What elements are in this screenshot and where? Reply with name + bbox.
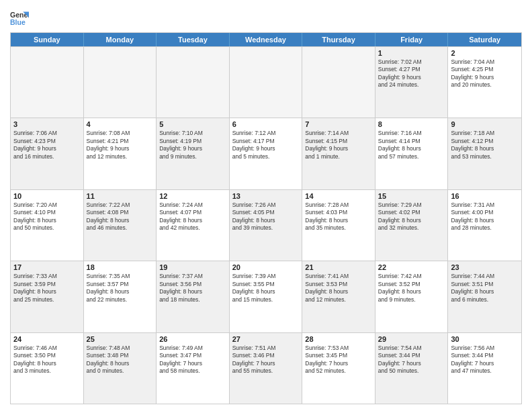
cell-info-line: Daylight: 7 hours xyxy=(232,360,300,367)
cell-info-line: Sunrise: 7:08 AM xyxy=(87,130,154,137)
cell-info-line: Sunset: 4:08 PM xyxy=(87,209,154,216)
day-number: 10 xyxy=(13,192,81,200)
cell-info-line: Sunrise: 7:16 AM xyxy=(378,130,445,137)
cell-info-line: Daylight: 9 hours xyxy=(378,74,445,81)
calendar-row-2: 3Sunrise: 7:06 AMSunset: 4:23 PMDaylight… xyxy=(11,118,521,189)
calendar-cell: 18Sunrise: 7:35 AMSunset: 3:57 PMDayligh… xyxy=(84,261,157,332)
header-cell-saturday: Saturday xyxy=(448,33,521,46)
calendar-cell: 17Sunrise: 7:33 AMSunset: 3:59 PMDayligh… xyxy=(11,261,84,332)
calendar-cell: 6Sunrise: 7:12 AMSunset: 4:17 PMDaylight… xyxy=(230,118,303,189)
header-cell-tuesday: Tuesday xyxy=(157,33,230,46)
cell-info-line: Daylight: 8 hours xyxy=(13,288,81,295)
cell-info-line: Daylight: 8 hours xyxy=(305,217,372,224)
calendar: SundayMondayTuesdayWednesdayThursdayFrid… xyxy=(10,32,522,404)
header-cell-thursday: Thursday xyxy=(302,33,375,46)
calendar-cell: 24Sunrise: 7:46 AMSunset: 3:50 PMDayligh… xyxy=(11,333,84,404)
cell-info-line: Daylight: 9 hours xyxy=(159,145,226,152)
calendar-cell: 30Sunrise: 7:56 AMSunset: 3:44 PMDayligh… xyxy=(448,333,521,404)
calendar-header: SundayMondayTuesdayWednesdayThursdayFrid… xyxy=(11,33,521,46)
day-number: 26 xyxy=(159,335,226,343)
cell-info-line: Sunrise: 7:20 AM xyxy=(13,201,81,209)
cell-info-line: Daylight: 8 hours xyxy=(305,288,372,295)
cell-info-line: and 47 minutes. xyxy=(451,367,519,375)
cell-info-line: Daylight: 9 hours xyxy=(305,145,372,152)
calendar-cell xyxy=(302,47,375,118)
calendar-cell: 26Sunrise: 7:49 AMSunset: 3:47 PMDayligh… xyxy=(157,333,230,404)
cell-info-line: Sunrise: 7:04 AM xyxy=(451,58,519,66)
cell-info-line: and 57 minutes. xyxy=(378,153,445,161)
cell-info-line: Sunrise: 7:44 AM xyxy=(451,273,519,280)
cell-info-line: Daylight: 8 hours xyxy=(378,217,445,224)
header-cell-monday: Monday xyxy=(84,33,157,46)
calendar-cell xyxy=(157,47,230,118)
day-number: 18 xyxy=(87,263,154,271)
cell-info-line: Sunrise: 7:48 AM xyxy=(87,345,154,352)
cell-info-line: Sunrise: 7:49 AM xyxy=(159,345,226,352)
day-number: 1 xyxy=(378,49,445,57)
calendar-cell: 16Sunrise: 7:31 AMSunset: 4:00 PMDayligh… xyxy=(448,190,521,261)
header-cell-friday: Friday xyxy=(375,33,449,46)
cell-info-line: and 0 minutes. xyxy=(87,367,154,375)
cell-info-line: Sunrise: 7:24 AM xyxy=(159,201,226,209)
cell-info-line: Sunrise: 7:39 AM xyxy=(232,273,300,280)
cell-info-line: and 50 minutes. xyxy=(378,367,445,375)
cell-info-line: Sunrise: 7:35 AM xyxy=(87,273,154,280)
cell-info-line: Sunset: 4:21 PM xyxy=(87,138,154,145)
calendar-cell: 12Sunrise: 7:24 AMSunset: 4:07 PMDayligh… xyxy=(157,190,230,261)
cell-info-line: Sunset: 3:52 PM xyxy=(378,281,445,288)
calendar-cell: 23Sunrise: 7:44 AMSunset: 3:51 PMDayligh… xyxy=(448,261,521,332)
day-number: 21 xyxy=(305,263,372,271)
cell-info-line: Sunset: 3:46 PM xyxy=(232,352,300,359)
cell-info-line: and 3 minutes. xyxy=(13,367,81,375)
calendar-cell: 22Sunrise: 7:42 AMSunset: 3:52 PMDayligh… xyxy=(375,261,449,332)
cell-info-line: and 24 minutes. xyxy=(378,81,445,89)
cell-info-line: Sunrise: 7:10 AM xyxy=(159,130,226,137)
cell-info-line: Sunrise: 7:31 AM xyxy=(451,201,519,209)
day-number: 25 xyxy=(87,335,154,343)
day-number: 5 xyxy=(159,120,226,128)
day-number: 11 xyxy=(87,192,154,200)
cell-info-line: Sunrise: 7:54 AM xyxy=(378,345,445,352)
cell-info-line: Sunset: 4:17 PM xyxy=(232,138,300,145)
cell-info-line: Sunrise: 7:14 AM xyxy=(305,130,372,137)
cell-info-line: Sunset: 4:15 PM xyxy=(305,138,372,145)
cell-info-line: Sunset: 3:45 PM xyxy=(305,352,372,359)
cell-info-line: Daylight: 8 hours xyxy=(87,360,154,367)
day-number: 14 xyxy=(305,192,372,200)
cell-info-line: and 50 minutes. xyxy=(13,224,81,232)
calendar-cell: 15Sunrise: 7:29 AMSunset: 4:02 PMDayligh… xyxy=(375,190,449,261)
calendar-row-4: 17Sunrise: 7:33 AMSunset: 3:59 PMDayligh… xyxy=(11,261,521,332)
cell-info-line: Daylight: 8 hours xyxy=(378,145,445,152)
cell-info-line: Sunset: 3:50 PM xyxy=(13,352,81,359)
cell-info-line: Sunset: 4:27 PM xyxy=(378,66,445,73)
calendar-cell: 28Sunrise: 7:53 AMSunset: 3:45 PMDayligh… xyxy=(302,333,375,404)
cell-info-line: Sunrise: 7:06 AM xyxy=(13,130,81,137)
calendar-cell: 29Sunrise: 7:54 AMSunset: 3:44 PMDayligh… xyxy=(375,333,449,404)
cell-info-line: Sunset: 4:00 PM xyxy=(451,209,519,216)
calendar-cell xyxy=(84,47,157,118)
cell-info-line: Sunrise: 7:42 AM xyxy=(378,273,445,280)
cell-info-line: Daylight: 8 hours xyxy=(87,288,154,295)
day-number: 20 xyxy=(232,263,300,271)
cell-info-line: and 42 minutes. xyxy=(159,224,226,232)
day-number: 15 xyxy=(378,192,445,200)
cell-info-line: and 15 minutes. xyxy=(232,296,300,304)
cell-info-line: and 16 minutes. xyxy=(13,153,81,161)
page: General Blue SundayMondayTuesdayWednesda… xyxy=(0,0,532,411)
calendar-row-3: 10Sunrise: 7:20 AMSunset: 4:10 PMDayligh… xyxy=(11,189,521,261)
cell-info-line: Daylight: 7 hours xyxy=(159,360,226,367)
cell-info-line: Sunrise: 7:53 AM xyxy=(305,345,372,352)
day-number: 27 xyxy=(232,335,300,343)
day-number: 13 xyxy=(232,192,300,200)
cell-info-line: Daylight: 8 hours xyxy=(13,217,81,224)
calendar-cell: 7Sunrise: 7:14 AMSunset: 4:15 PMDaylight… xyxy=(302,118,375,189)
day-number: 17 xyxy=(13,263,81,271)
cell-info-line: Daylight: 7 hours xyxy=(378,360,445,367)
cell-info-line: and 46 minutes. xyxy=(87,224,154,232)
cell-info-line: Sunrise: 7:41 AM xyxy=(305,273,372,280)
cell-info-line: Daylight: 7 hours xyxy=(305,360,372,367)
calendar-cell: 19Sunrise: 7:37 AMSunset: 3:56 PMDayligh… xyxy=(157,261,230,332)
calendar-cell: 9Sunrise: 7:18 AMSunset: 4:12 PMDaylight… xyxy=(448,118,521,189)
calendar-cell xyxy=(11,47,84,118)
cell-info-line: and 5 minutes. xyxy=(232,153,300,161)
